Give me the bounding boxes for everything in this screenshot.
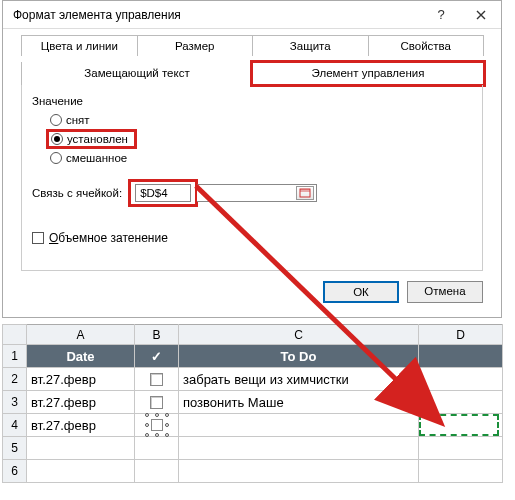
cell-link-row: Связь с ячейкой:	[32, 179, 472, 207]
cell-todo[interactable]: забрать вещи из химчистки	[179, 368, 419, 391]
col-header-a[interactable]: A	[27, 325, 135, 345]
table-row: 2 вт.27.февр забрать вещи из химчистки	[3, 368, 503, 391]
dialog-buttons: ОК Отмена	[3, 271, 501, 317]
range-picker-button[interactable]	[296, 186, 314, 200]
row-header[interactable]: 5	[3, 437, 27, 460]
row-header[interactable]: 2	[3, 368, 27, 391]
shadow-row[interactable]: Объемное затенение	[32, 231, 472, 245]
radio-label: смешанное	[66, 152, 127, 164]
cell[interactable]	[27, 460, 135, 483]
titlebar: Формат элемента управления ?	[3, 1, 501, 29]
radio-checked[interactable]: установлен	[46, 129, 137, 149]
cell-date[interactable]: вт.27.февр	[27, 391, 135, 414]
tab-size[interactable]: Размер	[137, 35, 254, 56]
table-row: 3 вт.27.февр позвонить Маше	[3, 391, 503, 414]
header-todo[interactable]: To Do	[179, 345, 419, 368]
table-row: 5	[3, 437, 503, 460]
row-header[interactable]: 3	[3, 391, 27, 414]
ok-button[interactable]: ОК	[323, 281, 399, 303]
close-button[interactable]	[461, 1, 501, 29]
shadow-label: Объемное затенение	[49, 231, 168, 245]
header-d[interactable]	[419, 345, 503, 368]
cell-todo[interactable]	[179, 414, 419, 437]
cell-todo[interactable]: позвонить Маше	[179, 391, 419, 414]
checkbox-control[interactable]	[150, 373, 163, 386]
tab-properties[interactable]: Свойства	[368, 35, 485, 56]
help-button[interactable]: ?	[421, 1, 461, 29]
cell-d[interactable]	[419, 368, 503, 391]
tabs-row-2: Замещающий текст Элемент управления	[21, 62, 483, 85]
radio-mixed[interactable]: смешанное	[32, 151, 472, 165]
header-check[interactable]: ✓	[135, 345, 179, 368]
radio-unchecked[interactable]: снят	[32, 113, 472, 127]
cell[interactable]	[27, 437, 135, 460]
checkbox-control-selected[interactable]	[147, 415, 167, 435]
radio-label: снят	[66, 114, 90, 126]
radio-label: установлен	[67, 133, 128, 145]
cell[interactable]	[419, 460, 503, 483]
col-header-c[interactable]: C	[179, 325, 419, 345]
tab-protection[interactable]: Защита	[252, 35, 369, 56]
cell-date[interactable]: вт.27.февр	[27, 368, 135, 391]
tab-content: Значение снят установлен смешанное Связь…	[21, 85, 483, 271]
row-header[interactable]: 4	[3, 414, 27, 437]
table-row: 6	[3, 460, 503, 483]
cell-d4[interactable]	[419, 414, 503, 437]
col-header-d[interactable]: D	[419, 325, 503, 345]
tabs-row-1: Цвета и линии Размер Защита Свойства	[21, 35, 483, 56]
cell-date[interactable]: вт.27.февр	[27, 414, 135, 437]
cell[interactable]	[135, 437, 179, 460]
cell-check[interactable]	[135, 414, 179, 437]
range-picker-icon	[299, 188, 311, 198]
row-header-1[interactable]: 1	[3, 345, 27, 368]
cell-link-highlight	[128, 179, 198, 207]
cell-link-input[interactable]	[135, 184, 191, 202]
cell-d[interactable]	[419, 391, 503, 414]
radio-icon	[50, 152, 62, 164]
radio-icon	[50, 114, 62, 126]
dialog-title: Формат элемента управления	[13, 8, 421, 22]
header-date[interactable]: Date	[27, 345, 135, 368]
cell-link-label: Связь с ячейкой:	[32, 187, 122, 199]
cell[interactable]	[135, 460, 179, 483]
cell[interactable]	[179, 437, 419, 460]
tab-control[interactable]: Элемент управления	[252, 62, 484, 85]
format-control-dialog: Формат элемента управления ? Цвета и лин…	[2, 0, 502, 318]
select-all-corner[interactable]	[3, 325, 27, 345]
checkbox-control[interactable]	[150, 396, 163, 409]
radio-icon	[51, 133, 63, 145]
tab-colors-lines[interactable]: Цвета и линии	[21, 35, 138, 56]
cell-check[interactable]	[135, 368, 179, 391]
cell-link-field-ext[interactable]	[197, 184, 317, 202]
col-header-b[interactable]: B	[135, 325, 179, 345]
tab-alt-text[interactable]: Замещающий текст	[21, 62, 253, 85]
checkbox-icon	[32, 232, 44, 244]
cell-check[interactable]	[135, 391, 179, 414]
value-label: Значение	[32, 95, 472, 107]
spreadsheet: A B C D 1 Date ✓ To Do 2 вт.27.февр забр…	[2, 324, 502, 483]
cancel-button[interactable]: Отмена	[407, 281, 483, 303]
svg-rect-1	[300, 189, 310, 192]
table-row: 4 вт.27.февр	[3, 414, 503, 437]
close-icon	[476, 10, 486, 20]
row-header[interactable]: 6	[3, 460, 27, 483]
cell[interactable]	[179, 460, 419, 483]
cell[interactable]	[419, 437, 503, 460]
